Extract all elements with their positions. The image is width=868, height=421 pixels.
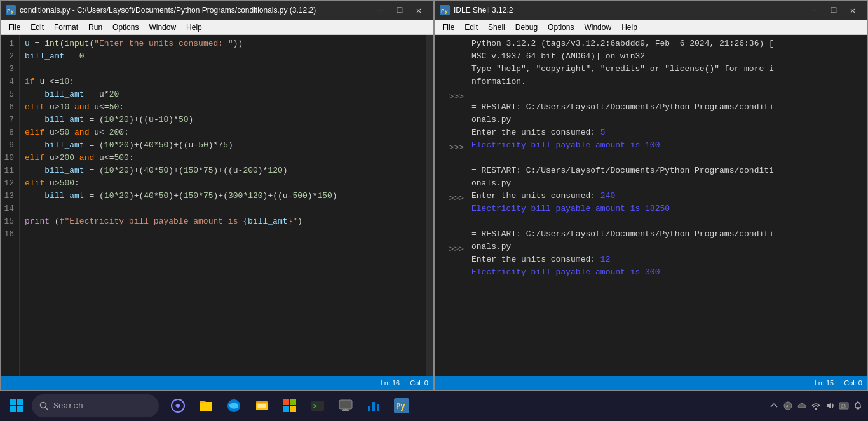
shell-code-area[interactable]: >>> >>> >>> >>> Python 3.12.2 (tags/v3.1… — [435, 35, 867, 376]
shell-menu-shell[interactable]: Shell — [483, 22, 510, 33]
search-icon — [39, 401, 48, 410]
svg-rect-4 — [10, 399, 16, 405]
taskbar-python-icon[interactable]: Py — [389, 393, 414, 418]
shell-status-ln: Ln: 15 — [815, 379, 834, 387]
editor-menu-file[interactable]: File — [3, 22, 25, 33]
editor-window: Py conditionals.py - C:/Users/Laysoft/Do… — [0, 0, 434, 391]
editor-menu-run[interactable]: Run — [83, 22, 107, 33]
wifi-icon — [811, 401, 821, 411]
editor-titlebar: Py conditionals.py - C:/Users/Laysoft/Do… — [1, 1, 433, 20]
svg-line-9 — [46, 408, 48, 410]
taskbar: Search — [0, 391, 868, 421]
shell-titlebar-icon: Py — [440, 5, 450, 15]
editor-maximize-button[interactable]: □ — [390, 1, 409, 20]
svg-rect-25 — [368, 406, 370, 411]
notification-icon — [853, 401, 863, 411]
editor-menu-window[interactable]: Window — [144, 22, 181, 33]
shell-status-col: Col: 0 — [844, 379, 862, 387]
editor-title: conditionals.py - C:/Users/Laysoft/Docum… — [20, 6, 371, 15]
svg-text:Py: Py — [441, 8, 448, 15]
editor-menu-options[interactable]: Options — [107, 22, 144, 33]
antivirus-icon: ⚡ — [783, 401, 793, 411]
taskbar-display-icon[interactable] — [333, 393, 358, 418]
svg-text:Py: Py — [396, 402, 405, 411]
shell-titlebar: Py IDLE Shell 3.12.2 ─ □ ✕ — [435, 1, 867, 20]
svg-text:⚡: ⚡ — [785, 404, 789, 410]
shell-maximize-button[interactable]: □ — [824, 1, 843, 20]
svg-rect-27 — [377, 404, 379, 411]
taskbar-copilot-icon[interactable] — [165, 393, 191, 418]
taskbar-search-box[interactable]: Search — [32, 394, 159, 417]
volume-icon — [825, 401, 835, 411]
svg-rect-15 — [257, 406, 266, 408]
shell-menu-options[interactable]: Options — [543, 22, 579, 33]
svg-rect-24 — [342, 410, 349, 411]
shell-output[interactable]: Python 3.12.2 (tags/v3.12.2:6abddd9, Feb… — [466, 35, 867, 376]
editor-code-area[interactable]: 12345 678910 1112131415 16 u = int(input… — [1, 35, 433, 376]
taskbar-explorer-icon[interactable] — [193, 393, 219, 418]
svg-rect-18 — [283, 406, 289, 412]
editor-status-ln: Ln: 16 — [381, 379, 400, 387]
editor-status-bar: Ln: 16 Col: 0 — [1, 376, 433, 390]
taskbar-terminal-icon[interactable]: >_ — [305, 393, 330, 418]
svg-point-32 — [815, 408, 817, 410]
shell-minimize-button[interactable]: ─ — [805, 1, 824, 20]
svg-rect-7 — [17, 406, 23, 412]
shell-title: IDLE Shell 3.12.2 — [454, 6, 805, 15]
svg-rect-19 — [290, 406, 296, 412]
svg-rect-6 — [10, 406, 16, 412]
svg-point-8 — [41, 403, 46, 408]
chevron-up-icon[interactable] — [769, 401, 779, 411]
svg-rect-5 — [17, 399, 23, 405]
editor-menu-format[interactable]: Format — [49, 22, 83, 33]
shell-menubar: File Edit Shell Debug Options Window Hel… — [435, 20, 867, 35]
taskbar-store-icon[interactable] — [277, 393, 302, 418]
shell-menu-edit[interactable]: Edit — [459, 22, 483, 33]
svg-rect-23 — [343, 409, 348, 410]
svg-rect-16 — [283, 399, 289, 405]
editor-menu-edit[interactable]: Edit — [25, 22, 49, 33]
svg-text:>_: >_ — [313, 403, 322, 410]
shell-close-button[interactable]: ✕ — [843, 1, 862, 20]
taskbar-app-icons: >_ Py — [165, 393, 414, 418]
editor-code-content[interactable]: u = int(input("Enter the units consumed:… — [20, 35, 426, 376]
editor-window-controls: ─ □ ✕ — [371, 1, 428, 20]
taskbar-edge-icon[interactable] — [221, 393, 247, 418]
shell-prompts: >>> >>> >>> >>> — [435, 35, 466, 376]
svg-rect-17 — [290, 399, 296, 405]
editor-minimize-button[interactable]: ─ — [371, 1, 390, 20]
editor-status-col: Col: 0 — [410, 379, 428, 387]
svg-rect-26 — [372, 402, 375, 411]
shell-status-bar: Ln: 15 Col: 0 — [435, 376, 867, 390]
svg-text:Py: Py — [7, 8, 14, 15]
editor-menu-help[interactable]: Help — [181, 22, 207, 33]
taskbar-analytics-icon[interactable] — [361, 393, 386, 418]
editor-scrollbar[interactable] — [426, 35, 433, 376]
taskbar-system-tray: ⚡ EN — [769, 401, 863, 411]
shell-window: Py IDLE Shell 3.12.2 ─ □ ✕ File Edit She… — [434, 0, 868, 391]
taskbar-search-label: Search — [53, 401, 83, 411]
shell-menu-file[interactable]: File — [437, 22, 459, 33]
shell-menu-help[interactable]: Help — [616, 22, 642, 33]
shell-menu-window[interactable]: Window — [579, 22, 616, 33]
taskbar-files-icon[interactable] — [249, 393, 275, 418]
editor-close-button[interactable]: ✕ — [409, 1, 428, 20]
editor-menubar: File Edit Format Run Options Window Help — [1, 20, 433, 35]
svg-rect-14 — [257, 404, 266, 406]
start-button[interactable] — [5, 394, 28, 417]
shell-menu-debug[interactable]: Debug — [510, 22, 543, 33]
svg-rect-11 — [200, 402, 212, 411]
shell-window-controls: ─ □ ✕ — [805, 1, 862, 20]
language-icon: EN — [839, 401, 849, 411]
svg-rect-22 — [339, 400, 352, 409]
editor-titlebar-icon: Py — [6, 5, 16, 15]
svg-text:EN: EN — [841, 404, 846, 409]
cloud-icon — [797, 401, 807, 411]
editor-line-numbers: 12345 678910 1112131415 16 — [1, 35, 20, 376]
